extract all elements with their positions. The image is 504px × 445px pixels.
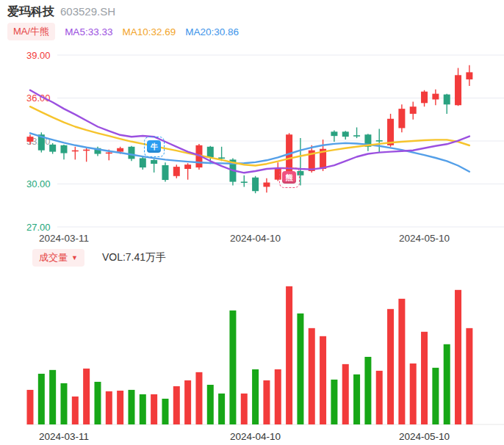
candle-body: [106, 153, 112, 154]
ma-legend-row: MA/牛熊 MA5:33.33 MA10:32.69 MA20:30.86: [7, 23, 239, 40]
volume-bar: [151, 394, 157, 424]
candle-body: [140, 158, 146, 167]
candle-body: [263, 183, 270, 187]
bull-signal-icon[interactable]: 牛: [144, 137, 165, 157]
x-axis-date-label: 2024-04-10: [230, 233, 281, 244]
candle-body: [27, 137, 34, 142]
volume-bar: [320, 336, 326, 424]
candle-body: [331, 131, 337, 136]
x-axis-date-label: 2024-05-10: [399, 233, 450, 244]
candle-body: [184, 164, 191, 169]
volume-bar: [387, 309, 394, 424]
volume-bar: [229, 311, 236, 424]
volume-bar: [286, 286, 292, 424]
candle-body: [72, 151, 79, 152]
volume-indicator-badge[interactable]: 成交量 ▼: [32, 249, 84, 267]
volume-bar: [309, 328, 315, 424]
candle-body: [444, 95, 450, 105]
volume-badge-label: 成交量: [39, 251, 68, 264]
volume-bar: [173, 386, 180, 424]
volume-bar: [106, 391, 112, 424]
volume-bar: [432, 368, 439, 424]
candle-body: [466, 72, 472, 79]
title-row: 爱玛科技 603529.SH: [7, 4, 115, 20]
volume-bar: [364, 357, 371, 424]
candle-body: [376, 140, 383, 142]
candle-body: [353, 135, 360, 137]
volume-bar: [263, 380, 270, 424]
ma20-legend: MA20:30.86: [185, 26, 239, 37]
volume-bar: [49, 370, 56, 424]
chevron-down-icon: ▼: [71, 254, 78, 261]
candle-body: [60, 145, 67, 153]
volume-bar: [455, 290, 461, 424]
candle-body: [173, 167, 180, 176]
candle-body: [151, 160, 157, 164]
volume-bar: [275, 369, 281, 424]
volume-value-label: VOL:7.41万手: [102, 251, 166, 264]
volume-bar: [140, 394, 146, 424]
volume-bar: [94, 382, 101, 424]
candle-body: [162, 165, 168, 180]
candle-body: [128, 147, 134, 159]
volume-bar: [128, 390, 134, 424]
candle-body: [49, 145, 56, 152]
ma5-legend: MA5:33.33: [65, 26, 112, 37]
y-axis-tick-label: 27.00: [26, 222, 51, 233]
stock-chart-page: 爱玛科技 603529.SH MA/牛熊 MA5:33.33 MA10:32.6…: [0, 0, 504, 445]
volume-bar: [444, 344, 450, 424]
volume-bar: [252, 369, 259, 424]
volume-bar-chart[interactable]: 2024-03-112024-04-102024-05-10: [0, 270, 504, 445]
volume-bar: [27, 390, 34, 424]
candle-body: [252, 178, 259, 192]
volume-bar: [162, 399, 168, 424]
candle-body: [432, 94, 439, 100]
price-candlestick-chart[interactable]: 39.0036.0033.0030.0027.002024-03-112024-…: [0, 44, 504, 246]
volume-bar: [297, 314, 303, 424]
candle-body: [117, 148, 123, 152]
volume-bar: [241, 394, 248, 424]
volume-bar: [184, 380, 191, 424]
x-axis-date-label: 2024-03-11: [39, 233, 89, 244]
candle-body: [387, 119, 394, 145]
volume-bar: [376, 371, 383, 424]
x-axis-date-label: 2024-05-10: [399, 431, 450, 442]
ma10-legend: MA10:32.69: [122, 26, 176, 37]
ma-mode-badge[interactable]: MA/牛熊: [7, 23, 55, 40]
candle-body: [342, 131, 349, 137]
volume-bar: [207, 385, 214, 424]
candle-body: [410, 106, 417, 114]
volume-bar: [466, 328, 472, 424]
volume-bar: [83, 369, 90, 424]
candle-body: [398, 109, 405, 128]
volume-bar: [38, 374, 45, 424]
bull-glyph: 牛: [147, 140, 161, 153]
volume-bar: [331, 380, 337, 424]
candle-body: [455, 75, 461, 105]
x-axis-date-label: 2024-04-10: [230, 431, 281, 442]
bear-glyph: 熊: [282, 171, 296, 184]
candle-body: [207, 147, 214, 158]
stock-name: 爱玛科技: [7, 4, 54, 20]
volume-bar: [195, 372, 202, 424]
bear-signal-icon[interactable]: 熊: [279, 167, 300, 188]
volume-bar: [398, 299, 405, 424]
volume-bar: [117, 391, 123, 424]
candle-body: [241, 181, 248, 183]
y-axis-tick-label: 39.00: [26, 50, 51, 61]
volume-bar: [72, 397, 79, 424]
volume-bar: [218, 394, 225, 424]
stock-code: 603529.SH: [60, 5, 115, 18]
volume-bar: [342, 364, 349, 424]
y-axis-tick-label: 30.00: [26, 178, 51, 189]
volume-bar: [410, 363, 417, 424]
volume-bar: [353, 375, 360, 424]
x-axis-date-label: 2024-03-11: [39, 431, 89, 442]
candle-body: [218, 157, 225, 159]
ma5-line: [30, 90, 469, 173]
candle-body: [83, 150, 90, 151]
volume-bar: [421, 332, 428, 424]
volume-header-row: 成交量 ▼ VOL:7.41万手: [32, 249, 166, 267]
volume-bar: [60, 383, 67, 424]
candle-body: [421, 92, 428, 104]
